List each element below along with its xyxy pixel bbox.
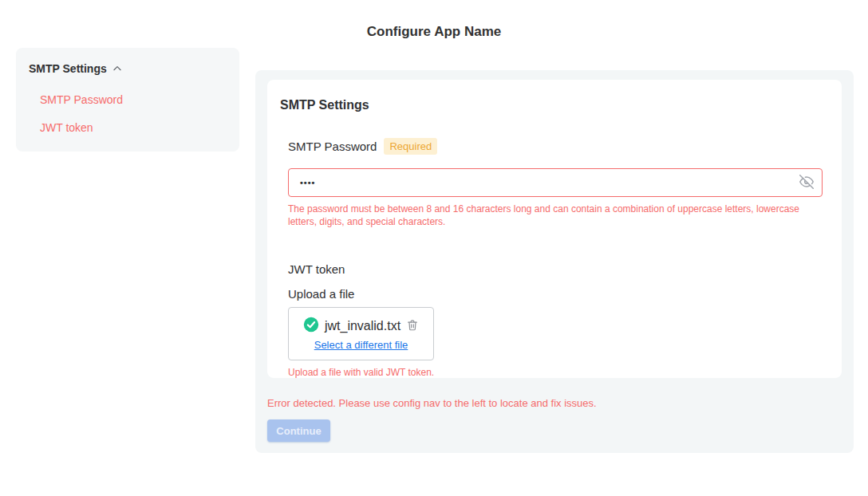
config-nav-sidebar: SMTP Settings SMTP Password JWT token (16, 48, 239, 152)
chevron-up-icon (112, 63, 123, 74)
sidebar-item-jwt-token[interactable]: JWT token (40, 121, 227, 134)
toggle-password-visibility-button[interactable] (799, 175, 815, 191)
panel-error-message: Error detected. Please use config nav to… (267, 397, 842, 409)
select-different-file-link[interactable]: Select a different file (314, 339, 408, 351)
jwt-token-label: JWT token (288, 262, 829, 276)
uploaded-file-name: jwt_invalid.txt (325, 319, 400, 333)
smtp-settings-card: SMTP Settings SMTP Password Required (267, 80, 842, 378)
required-badge: Required (384, 138, 437, 155)
continue-button[interactable]: Continue (267, 419, 330, 442)
file-upload-box: jwt_invalid.txt Sele (288, 307, 434, 360)
eye-off-icon (799, 175, 814, 191)
trash-icon (406, 318, 419, 334)
sidebar-section-smtp-settings[interactable]: SMTP Settings (29, 62, 227, 78)
jwt-error-message: Upload a file with valid JWT token. (288, 367, 829, 378)
card-heading: SMTP Settings (280, 98, 829, 112)
page-title: Configure App Name (0, 24, 868, 40)
sidebar-item-smtp-password[interactable]: SMTP Password (40, 93, 227, 106)
sidebar-section-label: SMTP Settings (29, 62, 107, 75)
config-panel: SMTP Settings SMTP Password Required (255, 70, 854, 453)
smtp-password-label: SMTP Password (288, 140, 377, 153)
password-error-message: The password must be between 8 and 16 ch… (288, 203, 815, 228)
check-circle-icon (303, 317, 319, 336)
delete-file-button[interactable] (406, 318, 419, 334)
smtp-password-input[interactable] (288, 168, 823, 197)
upload-file-label: Upload a file (288, 287, 829, 301)
